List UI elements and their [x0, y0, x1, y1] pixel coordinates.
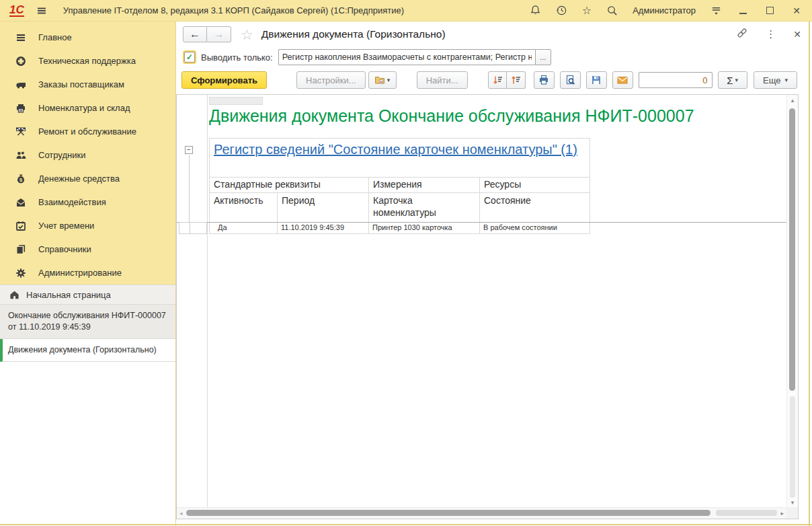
nav-back-button[interactable]: ← [183, 26, 207, 42]
mail-icon [617, 75, 628, 85]
window-frame-right [809, 22, 810, 526]
data-cell[interactable]: Да [210, 223, 278, 234]
current-user[interactable]: Администратор [633, 5, 696, 15]
find-button[interactable]: Найти... [417, 71, 468, 89]
window-kebab-menu[interactable]: ⋮ [766, 28, 776, 40]
home-page-button[interactable]: Начальная страница [0, 285, 175, 305]
collapse-group-button[interactable]: − [185, 146, 193, 154]
report-heading[interactable]: Движения документа Окончание обслуживани… [209, 106, 786, 126]
autosum-field[interactable] [639, 72, 713, 88]
favorites-button[interactable]: ☆ [582, 5, 592, 16]
window-close-button[interactable]: ✕ [793, 29, 801, 40]
sort-descending-icon [492, 75, 503, 85]
search-icon [606, 5, 618, 16]
1c-logo: 1С [9, 4, 24, 17]
output-only-label: Выводить только: [201, 52, 273, 63]
horizontal-scrollbar-track[interactable] [716, 510, 777, 516]
vertical-scrollbar[interactable]: ▴ ▾ [786, 95, 798, 507]
scroll-left-arrow[interactable]: ◂ [179, 510, 183, 517]
sidebar-item-repair-service[interactable]: Ремонт и обслуживание [0, 120, 175, 143]
sidebar-item-money[interactable]: $ Денежные средства [0, 167, 175, 190]
bell-icon [530, 5, 541, 16]
group-header-cell[interactable]: Стандартные реквизиты [210, 178, 369, 193]
more-button[interactable]: Еще ▾ [754, 71, 797, 89]
save-icon [591, 75, 602, 85]
people-icon [15, 150, 27, 161]
sidebar-item-label: Заказы поставщикам [38, 79, 124, 89]
sidebar-item-label: Техническая поддержка [38, 56, 136, 66]
report-variants-button[interactable]: ▾ [368, 71, 397, 89]
link-icon [736, 27, 748, 39]
horizontal-scrollbar[interactable]: ◂ ▸ [177, 507, 786, 519]
register-link[interactable]: Регистр сведений "Состояние карточек ном… [214, 142, 577, 157]
group-header-cell[interactable]: Ресурсы [480, 178, 590, 193]
window-title: Движения документа (Горизонтально) [261, 28, 446, 40]
vertical-scrollbar-track[interactable] [790, 396, 795, 498]
home-page-label: Начальная страница [26, 290, 111, 300]
data-cell[interactable]: Принтер 1030 карточка [369, 223, 480, 234]
filter-row: ✓ Выводить только: ... [176, 47, 812, 67]
more-button-label: Еще [763, 75, 780, 85]
register-link-row: Регистр сведений "Состояние карточек ном… [210, 139, 590, 178]
open-window-tab-document[interactable]: Окончание обслуживания НФИТ-000007 от 11… [0, 305, 175, 339]
search-button[interactable] [606, 5, 618, 16]
money-bag-icon: $ [15, 174, 27, 184]
sort-ascending-icon [510, 75, 521, 85]
sum-button[interactable]: Σ ▾ [718, 71, 747, 89]
report-toolbar: Сформировать Настройки... ▾ Найти... [176, 67, 812, 93]
horizontal-scrollbar-thumb[interactable] [186, 510, 710, 516]
nav-forward-button[interactable]: → [207, 26, 231, 42]
sidebar-item-nomenclature[interactable]: Номенклатура и склад [0, 96, 175, 120]
main-window: ← → ☆ Движения документа (Горизонтально)… [176, 22, 812, 526]
maximize-button[interactable] [764, 5, 776, 17]
data-cell[interactable]: 11.10.2019 9:45:39 [278, 223, 369, 234]
sidebar-item-tech-support[interactable]: Техническая поддержка [0, 49, 175, 73]
column-header-cell[interactable]: Состояние [480, 193, 590, 223]
report-spreadsheet: Движения документа Окончание обслуживани… [176, 94, 799, 519]
print-button[interactable] [534, 71, 555, 89]
titlebar: 1С Управление IT-отделом 8, редакция 3.1… [0, 0, 812, 22]
registers-filter-input[interactable] [278, 49, 535, 65]
sort-descending-button[interactable] [488, 71, 507, 89]
send-mail-button[interactable] [612, 71, 633, 89]
sidebar-item-employees[interactable]: Сотрудники [0, 143, 175, 167]
dropdown-caret-icon: ▾ [387, 77, 391, 83]
get-link-button[interactable] [736, 27, 748, 42]
row-header-cell [190, 222, 207, 234]
settings-button[interactable]: Настройки... [296, 71, 366, 89]
column-header-cell[interactable]: Активность [210, 193, 278, 223]
sort-ascending-button[interactable] [507, 71, 526, 89]
vertical-scrollbar-thumb[interactable] [789, 108, 795, 391]
close-app-button[interactable]: ✕ [790, 5, 803, 17]
data-cell[interactable]: В рабочем состоянии [480, 223, 590, 234]
preview-button[interactable] [560, 71, 581, 89]
sidebar-item-interactions[interactable]: Взаимодействия [0, 190, 175, 214]
save-button[interactable] [586, 71, 607, 89]
sidebar-item-administration[interactable]: Администрирование [0, 261, 175, 285]
add-to-favorites-star[interactable]: ☆ [241, 28, 253, 42]
open-window-tab-movements[interactable]: Движения документа (Горизонтально) [0, 339, 175, 362]
history-button[interactable] [556, 5, 567, 16]
group-header-cell[interactable]: Измерения [369, 178, 480, 193]
sidebar-item-label: Администрирование [38, 268, 122, 278]
home-icon [9, 290, 19, 300]
notifications-button[interactable] [530, 5, 541, 16]
main-menu-button[interactable] [36, 5, 47, 16]
sidebar-item-supplier-orders[interactable]: Заказы поставщикам [0, 73, 175, 96]
output-only-checkbox[interactable]: ✓ [184, 52, 195, 63]
sidebar-item-main[interactable]: Главное [0, 26, 175, 49]
column-header-cell[interactable]: Период [278, 193, 369, 223]
minimize-button[interactable] [737, 5, 749, 17]
scroll-up-arrow[interactable]: ▴ [787, 97, 798, 104]
column-header-cell[interactable]: Карточка номенклатуры [369, 193, 480, 223]
movements-table: Регистр сведений "Состояние карточек ном… [209, 138, 590, 234]
scroll-down-arrow[interactable]: ▾ [787, 499, 798, 506]
service-menu-button[interactable] [710, 5, 722, 16]
sidebar-item-time-tracking[interactable]: Учет времени [0, 214, 175, 237]
scroll-right-arrow[interactable]: ▸ [780, 510, 784, 517]
calendar-check-icon [15, 221, 27, 231]
sidebar-item-references[interactable]: Справочники [0, 237, 175, 261]
choose-registers-button[interactable]: ... [535, 49, 551, 65]
generate-button[interactable]: Сформировать [181, 71, 267, 89]
group-header-row: Стандартные реквизиты Измерения Ресурсы [210, 178, 590, 193]
